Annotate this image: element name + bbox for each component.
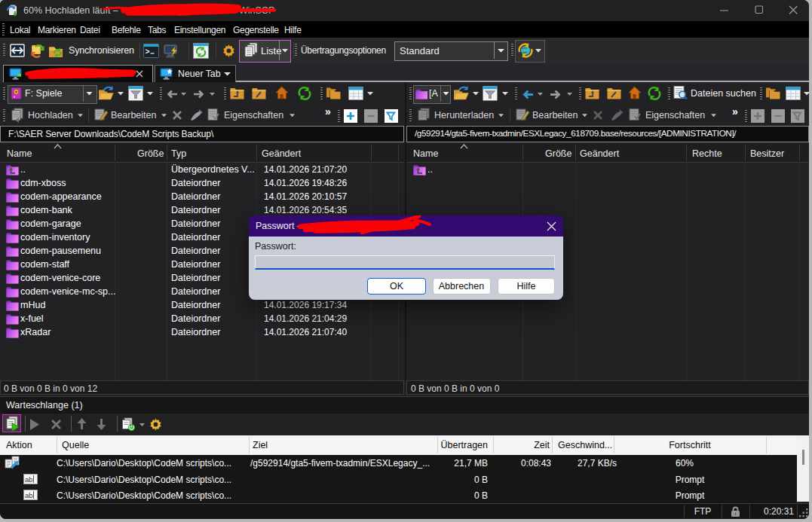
svg-text:>: > (146, 48, 150, 56)
